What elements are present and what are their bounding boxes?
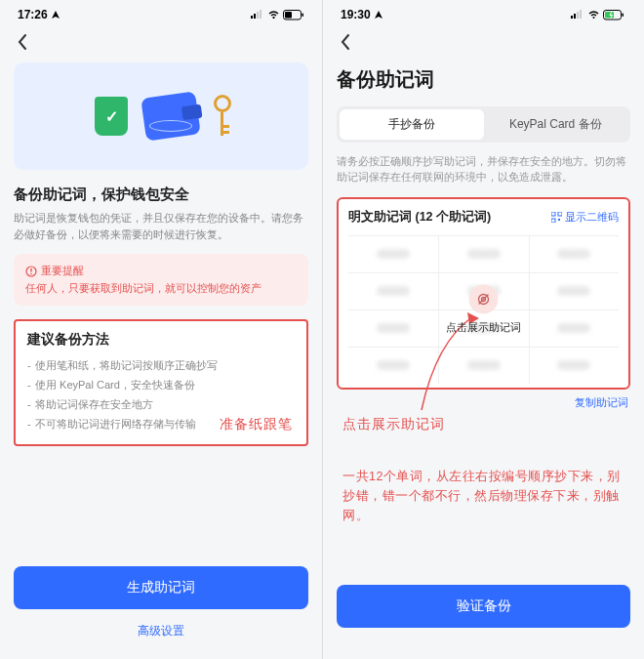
warning-icon — [25, 266, 37, 277]
svg-rect-13 — [577, 12, 579, 19]
mnemonic-grid[interactable]: 点击展示助记词 — [348, 235, 619, 384]
svg-rect-14 — [580, 10, 582, 19]
signal-icon — [571, 10, 584, 20]
svg-rect-22 — [558, 219, 560, 221]
page-title: 备份助记词 — [337, 66, 630, 93]
mnemonic-cell — [348, 272, 438, 309]
svg-rect-11 — [571, 16, 573, 19]
mnemonic-cell — [438, 347, 528, 384]
mnemonic-title: 明文助记词 (12 个助记词) — [348, 209, 491, 226]
backup-warning-text: 请务必按正确顺序抄写助记词，并保存在安全的地方。切勿将助记词保存在任何联网的环境… — [337, 154, 630, 185]
method-item: 使用笔和纸，将助记词按顺序正确抄写 — [27, 356, 295, 376]
location-icon — [51, 10, 60, 20]
status-bar: 19:30 — [323, 0, 644, 25]
battery-icon — [283, 10, 304, 21]
svg-rect-18 — [623, 13, 624, 17]
reveal-mnemonic-overlay[interactable]: 点击展示助记词 — [446, 284, 521, 334]
alert-body: 任何人，只要获取到助记词，就可以控制您的资产 — [25, 281, 297, 296]
mnemonic-cell — [348, 309, 438, 347]
battery-charging-icon — [603, 10, 626, 21]
chevron-left-icon — [17, 33, 28, 51]
annotation-instructions: 一共12个单词，从左往右按编号顺序抄下来，别抄错，错一个都不行，然后物理保存下来… — [342, 467, 624, 525]
key-icon — [214, 95, 227, 138]
screen-backup-words: 19:30 备份助记词 手抄备份 KeyPal Card 备份 请务必按正确顺序… — [322, 0, 644, 659]
generate-mnemonic-button[interactable]: 生成助记词 — [14, 566, 308, 609]
status-bar: 17:26 — [0, 0, 322, 25]
svg-rect-6 — [285, 12, 292, 19]
svg-rect-20 — [558, 212, 562, 216]
status-time: 19:30 — [341, 8, 371, 21]
navbar — [323, 25, 644, 59]
svg-rect-7 — [302, 13, 304, 17]
copy-mnemonic-link[interactable]: 复制助记词 — [337, 395, 630, 410]
annotation-click-reveal: 点击展示助记词 — [342, 416, 445, 433]
mnemonic-cell — [529, 235, 619, 272]
verify-backup-button[interactable]: 验证备份 — [337, 585, 630, 628]
mnemonic-cell — [529, 272, 619, 309]
tab-manual-copy[interactable]: 手抄备份 — [340, 109, 484, 140]
signal-icon — [251, 10, 264, 20]
svg-point-10 — [30, 272, 32, 274]
reveal-text: 点击展示助记词 — [446, 319, 521, 334]
annotation-prepare-paper: 准备纸跟笔 — [220, 416, 293, 433]
back-button[interactable] — [12, 31, 33, 53]
svg-rect-19 — [551, 212, 555, 216]
wifi-icon — [267, 10, 280, 20]
advanced-settings-link[interactable]: 高级设置 — [138, 623, 184, 639]
svg-point-15 — [593, 17, 595, 19]
mnemonic-panel: 明文助记词 (12 个助记词) 显示二维码 — [337, 197, 630, 390]
mnemonic-cell — [348, 347, 438, 384]
svg-rect-1 — [254, 14, 256, 19]
page-heading: 备份助记词，保护钱包安全 — [14, 185, 308, 204]
qr-icon — [551, 212, 562, 223]
method-item: 将助记词保存在安全地方 — [27, 395, 295, 415]
status-time: 17:26 — [18, 8, 48, 21]
mnemonic-cell — [438, 235, 528, 272]
wifi-icon — [587, 10, 600, 20]
mnemonic-cell — [348, 235, 438, 272]
wallet-icon — [141, 91, 201, 141]
back-button[interactable] — [335, 31, 356, 53]
illustration — [14, 62, 308, 170]
page-description: 助记词是恢复钱包的凭证，并且仅保存在您的设备中。请您务必做好备份，以便将来需要的… — [14, 210, 308, 242]
methods-heading: 建议备份方法 — [27, 331, 295, 349]
backup-method-tabs: 手抄备份 KeyPal Card 备份 — [337, 106, 630, 143]
svg-rect-0 — [251, 16, 253, 19]
show-qr-link[interactable]: 显示二维码 — [551, 210, 619, 225]
eye-off-icon — [469, 284, 499, 313]
mnemonic-cell — [529, 309, 619, 347]
svg-rect-12 — [574, 14, 576, 19]
svg-rect-2 — [257, 12, 259, 19]
chevron-left-icon — [340, 33, 351, 51]
screen-backup-intro: 17:26 备份助记词，保护钱包安全 — [0, 0, 322, 659]
svg-rect-21 — [551, 219, 555, 223]
navbar — [0, 25, 322, 59]
alert-title-text: 重要提醒 — [41, 264, 84, 278]
location-icon — [374, 10, 383, 20]
svg-rect-3 — [260, 10, 262, 19]
tab-keypal-card[interactable]: KeyPal Card 备份 — [484, 109, 628, 140]
method-item: 使用 KeyPal Card，安全快速备份 — [27, 376, 295, 395]
important-reminder: 重要提醒 任何人，只要获取到助记词，就可以控制您的资产 — [14, 254, 308, 306]
svg-point-4 — [273, 17, 275, 19]
mnemonic-cell — [529, 347, 619, 384]
shield-icon — [95, 97, 128, 136]
